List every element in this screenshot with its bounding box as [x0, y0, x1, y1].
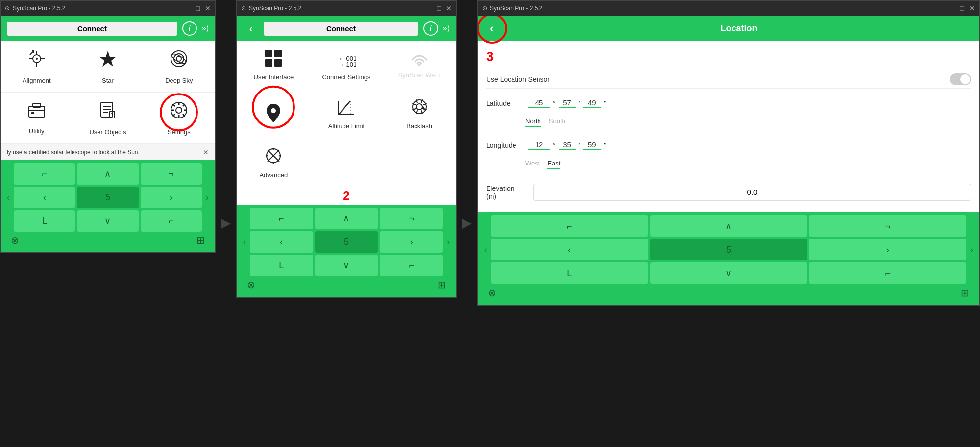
footer-grid-icon-3[interactable]: ⊞	[961, 287, 969, 299]
grid-item-userinterface[interactable]: User Interface	[237, 41, 310, 89]
ctrl-topleft-1[interactable]: ⌐	[14, 163, 75, 185]
west-option[interactable]: West	[525, 160, 539, 169]
ctrl-right-3[interactable]: ›	[809, 239, 966, 260]
restore-btn-2[interactable]: □	[437, 4, 441, 12]
close-btn-1[interactable]: ✕	[205, 4, 211, 12]
ctrl-topright-2[interactable]: ¬	[380, 208, 443, 229]
location-sensor-toggle[interactable]	[950, 73, 971, 85]
grid-item-connectsettings[interactable]: ← 0010→ 1010 Connect Settings	[310, 41, 383, 89]
grid-item-altitudelimit[interactable]: Altitude Limit	[310, 89, 383, 138]
back-button-3[interactable]: ‹	[484, 21, 500, 36]
ctrl-botright-3[interactable]: ⌐	[809, 262, 966, 284]
restore-btn-1[interactable]: □	[196, 4, 200, 12]
app-logo-icon-3: ⊙	[482, 5, 487, 12]
svg-line-29	[183, 114, 185, 117]
ctrl-topleft-2[interactable]: ⌐	[250, 208, 313, 229]
ctrl-next-3[interactable]: ›	[968, 243, 975, 257]
ctrl-center-1[interactable]: 5	[77, 187, 138, 208]
info-button-2[interactable]: i	[423, 21, 438, 36]
ctrl-botright-2[interactable]: ⌐	[380, 255, 443, 276]
altitudelimit-icon	[337, 97, 356, 118]
synscanwifi-icon	[410, 51, 429, 68]
ctrl-down-1[interactable]: ∨	[77, 210, 138, 232]
ctrl-right-1[interactable]: ›	[141, 187, 202, 208]
svg-marker-32	[221, 219, 231, 229]
ctrl-prev-2[interactable]: ‹	[241, 235, 248, 249]
ctrl-topright-1[interactable]: ¬	[141, 163, 202, 185]
close-btn-3[interactable]: ✕	[969, 4, 975, 12]
grid-item-alignment[interactable]: Alignment	[1, 41, 72, 93]
east-option[interactable]: East	[547, 160, 560, 169]
footer-chevron-icon-2[interactable]: ⊗	[247, 279, 255, 291]
latitude-deg-input[interactable]	[528, 98, 550, 108]
grid-item-location[interactable]	[237, 89, 310, 138]
ctrl-left-1[interactable]: ‹	[14, 187, 75, 208]
ctrl-botleft-1[interactable]: L	[14, 210, 75, 232]
svg-marker-55	[462, 219, 472, 229]
step-3-container: 3	[486, 49, 971, 65]
ctrl-botright-1[interactable]: ⌐	[141, 210, 202, 232]
grid-item-backlash[interactable]: ✦ Backlash	[383, 89, 456, 138]
restore-btn-3[interactable]: □	[960, 4, 964, 12]
grid-item-settings[interactable]: Settings	[144, 93, 215, 144]
info-button-1[interactable]: i	[182, 21, 197, 36]
grid-item-synscanwifi[interactable]: SynScan Wi-Fi	[383, 41, 456, 89]
connect-button-2[interactable]: Connect	[264, 22, 418, 36]
ctrl-up-3[interactable]: ∧	[650, 215, 808, 237]
grid-item-deepsky[interactable]: Deep Sky	[144, 41, 215, 93]
ctrl-next-1[interactable]: ›	[204, 190, 211, 205]
elevation-input[interactable]	[533, 184, 971, 201]
footer-chevron-icon-3[interactable]: ⊗	[488, 287, 496, 299]
svg-rect-12	[29, 106, 45, 117]
ctrl-topleft-3[interactable]: ⌐	[491, 215, 648, 237]
svg-rect-36	[274, 59, 282, 67]
minimize-btn-2[interactable]: —	[425, 4, 432, 12]
svg-point-53	[266, 155, 268, 157]
minimize-btn-1[interactable]: —	[184, 4, 191, 12]
minimize-btn-3[interactable]: —	[949, 4, 956, 12]
footer-grid-icon-1[interactable]: ⊞	[196, 235, 205, 246]
latitude-sec-input[interactable]	[583, 98, 601, 108]
ctrl-prev-1[interactable]: ‹	[5, 190, 12, 205]
svg-point-5	[36, 58, 38, 60]
latitude-min-input[interactable]	[559, 98, 576, 108]
ctrl-prev-3[interactable]: ‹	[482, 243, 489, 257]
connect-button-1[interactable]: Connect	[7, 22, 177, 36]
ctrl-topright-3[interactable]: ¬	[809, 215, 966, 237]
grid-item-advanced[interactable]: Advanced	[237, 138, 310, 187]
latitude-label: Latitude	[486, 99, 525, 107]
latitude-row: Latitude ° ' "	[486, 94, 971, 112]
ctrl-next-2[interactable]: ›	[445, 235, 452, 249]
ctrl-left-2[interactable]: ‹	[250, 231, 313, 253]
longitude-deg-input[interactable]	[528, 141, 550, 150]
panel-3: ⊙ SynScan Pro - 2.5.2 — □ ✕ ‹ Location 3…	[477, 0, 980, 306]
back-button-2[interactable]: ‹	[243, 21, 259, 36]
ctrl-right-2[interactable]: ›	[380, 231, 443, 253]
svg-point-23	[176, 107, 182, 113]
footer-grid-icon-2[interactable]: ⊞	[438, 279, 446, 291]
back-highlight-container: ‹	[484, 21, 500, 36]
ctrl-center-2[interactable]: 5	[315, 231, 378, 253]
longitude-sec-input[interactable]	[583, 141, 601, 150]
grid-item-utility[interactable]: Utility	[1, 93, 72, 144]
grid-item-userobjects[interactable]: User Objects	[72, 93, 143, 144]
south-option[interactable]: South	[549, 118, 565, 127]
notification-close-1[interactable]: ✕	[203, 148, 209, 156]
ctrl-botleft-3[interactable]: L	[491, 262, 648, 284]
longitude-min-input[interactable]	[559, 141, 576, 150]
north-option[interactable]: North	[525, 118, 541, 127]
footer-chevron-down-icon-1[interactable]: ⊗	[11, 235, 19, 246]
ctrl-left-3[interactable]: ‹	[491, 239, 648, 260]
ctrl-up-2[interactable]: ∧	[315, 208, 378, 229]
ctrl-botleft-2[interactable]: L	[250, 255, 313, 276]
footer-bar-3: ⊗ ⊞	[482, 284, 975, 302]
signal-icon-1: »)	[202, 24, 209, 33]
alignment-icon	[27, 49, 47, 73]
ctrl-down-2[interactable]: ∨	[315, 255, 378, 276]
ctrl-down-3[interactable]: ∨	[650, 262, 808, 284]
close-btn-2[interactable]: ✕	[446, 4, 452, 12]
step-2-container: 2	[237, 187, 456, 205]
ctrl-center-3[interactable]: 5	[650, 239, 808, 260]
grid-item-star[interactable]: Star	[72, 41, 143, 93]
ctrl-up-1[interactable]: ∧	[77, 163, 138, 185]
